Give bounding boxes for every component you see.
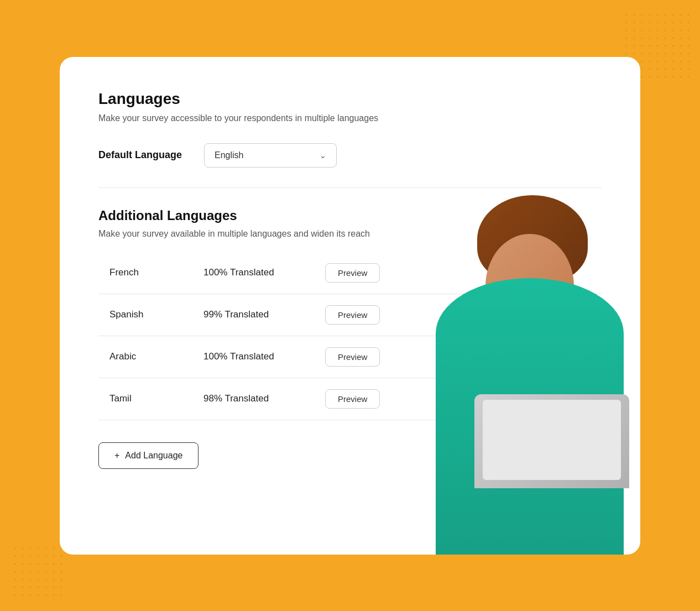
language-name: Tamil: [98, 378, 198, 420]
language-name: French: [98, 252, 198, 294]
language-status: 100% Translated: [198, 336, 320, 378]
table-row: Spanish 99% Translated Preview: [98, 294, 602, 336]
languages-description: Make your survey accessible to your resp…: [98, 113, 602, 123]
language-action: Preview: [320, 294, 408, 336]
table-row: French 100% Translated Preview: [98, 252, 602, 294]
preview-button[interactable]: Preview: [325, 305, 380, 325]
additional-languages-title: Additional Languages: [98, 208, 602, 223]
preview-button[interactable]: Preview: [325, 389, 380, 409]
table-row: Arabic 100% Translated Preview: [98, 336, 602, 378]
selected-language-value: English: [215, 150, 243, 160]
languages-title: Languages: [98, 90, 602, 108]
table-row: Tamil 98% Translated Preview: [98, 378, 602, 420]
language-name: Spanish: [98, 294, 198, 336]
language-status: 100% Translated: [198, 252, 320, 294]
add-language-label: Add Language: [125, 451, 182, 461]
language-action: Preview: [320, 252, 408, 294]
language-row-spacer: [408, 294, 602, 336]
language-row-spacer: [408, 378, 602, 420]
language-status: 98% Translated: [198, 378, 320, 420]
preview-button[interactable]: Preview: [325, 263, 380, 283]
default-language-select[interactable]: English ⌄: [204, 143, 337, 168]
languages-table: French 100% Translated Preview Spanish 9…: [98, 252, 602, 420]
default-language-row: Default Language English ⌄: [98, 143, 602, 168]
additional-languages-description: Make your survey available in multiple l…: [98, 229, 602, 239]
default-language-label: Default Language: [98, 149, 182, 161]
language-status: 99% Translated: [198, 294, 320, 336]
add-language-button[interactable]: + Add Language: [98, 442, 198, 469]
preview-button[interactable]: Preview: [325, 347, 380, 367]
dots-decoration-bottom-left: [11, 545, 66, 600]
section-divider: [98, 187, 602, 188]
plus-icon: +: [114, 451, 119, 461]
chevron-down-icon: ⌄: [320, 151, 326, 160]
additional-languages-section: Additional Languages Make your survey av…: [98, 208, 602, 469]
language-row-spacer: [408, 252, 602, 294]
language-name: Arabic: [98, 336, 198, 378]
main-card: Languages Make your survey accessible to…: [60, 57, 640, 555]
language-row-spacer: [408, 336, 602, 378]
language-action: Preview: [320, 378, 408, 420]
language-action: Preview: [320, 336, 408, 378]
languages-section: Languages Make your survey accessible to…: [98, 90, 602, 188]
